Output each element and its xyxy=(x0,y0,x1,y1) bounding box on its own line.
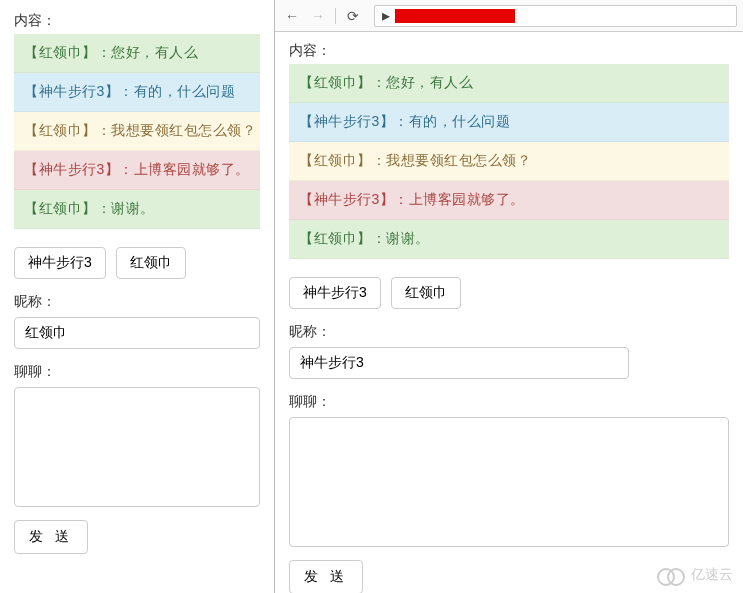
user-button[interactable]: 神牛步行3 xyxy=(289,277,381,309)
content-label: 内容： xyxy=(14,12,260,30)
message-row: 【神牛步行3】：有的，什么问题 xyxy=(289,103,729,142)
reload-icon[interactable]: ⟳ xyxy=(342,5,364,27)
user-buttons: 神牛步行3 红领巾 xyxy=(14,247,260,279)
nickname-input[interactable] xyxy=(289,347,629,379)
message-line: 【红领巾】：我想要领红包怎么领？ xyxy=(299,152,531,168)
url-redacted xyxy=(395,9,515,23)
user-button[interactable]: 红领巾 xyxy=(391,277,461,309)
message-row: 【红领巾】：我想要领红包怎么领？ xyxy=(289,142,729,181)
user-button[interactable]: 神牛步行3 xyxy=(14,247,106,279)
chat-textarea[interactable] xyxy=(289,417,729,547)
user-button[interactable]: 红领巾 xyxy=(116,247,186,279)
chat-label: 聊聊： xyxy=(14,363,260,381)
nickname-label: 昵称： xyxy=(289,323,729,341)
message-row: 【红领巾】：谢谢。 xyxy=(289,220,729,259)
watermark-text: 亿速云 xyxy=(691,566,733,584)
toolbar-divider xyxy=(335,8,336,24)
message-row: 【红领巾】：谢谢。 xyxy=(14,190,260,229)
chat-label: 聊聊： xyxy=(289,393,729,411)
message-line: 【红领巾】：谢谢。 xyxy=(299,230,430,246)
url-caret-icon: ▸ xyxy=(379,6,393,25)
message-row: 【神牛步行3】：上博客园就够了。 xyxy=(289,181,729,220)
content-label: 内容： xyxy=(289,42,729,60)
chat-window-left: 内容： 【红领巾】：您好，有人么 【神牛步行3】：有的，什么问题 【红领巾】：我… xyxy=(0,0,275,593)
watermark-icon xyxy=(657,565,687,585)
nickname-input[interactable] xyxy=(14,317,260,349)
message-line: 【神牛步行3】：上博客园就够了。 xyxy=(24,161,250,177)
message-line: 【红领巾】：谢谢。 xyxy=(24,200,155,216)
message-line: 【红领巾】：您好，有人么 xyxy=(299,74,473,90)
nickname-label: 昵称： xyxy=(14,293,260,311)
message-row: 【红领巾】：您好，有人么 xyxy=(289,64,729,103)
message-line: 【神牛步行3】：有的，什么问题 xyxy=(299,113,510,129)
user-buttons: 神牛步行3 红领巾 xyxy=(289,277,729,309)
chat-textarea[interactable] xyxy=(14,387,260,507)
message-list: 【红领巾】：您好，有人么 【神牛步行3】：有的，什么问题 【红领巾】：我想要领红… xyxy=(289,64,729,259)
watermark: 亿速云 xyxy=(657,565,733,585)
message-line: 【神牛步行3】：有的，什么问题 xyxy=(24,83,235,99)
message-line: 【神牛步行3】：上博客园就够了。 xyxy=(299,191,525,207)
browser-toolbar: ← → ⟳ ▸ xyxy=(275,0,743,32)
message-row: 【红领巾】：您好，有人么 xyxy=(14,34,260,73)
send-button[interactable]: 发 送 xyxy=(289,560,363,593)
send-button[interactable]: 发 送 xyxy=(14,520,88,554)
content-body: 内容： 【红领巾】：您好，有人么 【神牛步行3】：有的，什么问题 【红领巾】：我… xyxy=(0,0,274,554)
back-icon[interactable]: ← xyxy=(281,5,303,27)
message-row: 【神牛步行3】：上博客园就够了。 xyxy=(14,151,260,190)
message-row: 【红领巾】：我想要领红包怎么领？ xyxy=(14,112,260,151)
message-list: 【红领巾】：您好，有人么 【神牛步行3】：有的，什么问题 【红领巾】：我想要领红… xyxy=(14,34,260,229)
message-row: 【神牛步行3】：有的，什么问题 xyxy=(14,73,260,112)
chat-window-right: ← → ⟳ ▸ 内容： 【红领巾】：您好，有人么 【神牛步行3】：有的，什么问题… xyxy=(275,0,743,593)
message-line: 【红领巾】：您好，有人么 xyxy=(24,44,198,60)
forward-icon: → xyxy=(307,5,329,27)
content-body: 内容： 【红领巾】：您好，有人么 【神牛步行3】：有的，什么问题 【红领巾】：我… xyxy=(275,32,743,593)
address-bar[interactable]: ▸ xyxy=(374,5,737,27)
message-line: 【红领巾】：我想要领红包怎么领？ xyxy=(24,122,256,138)
